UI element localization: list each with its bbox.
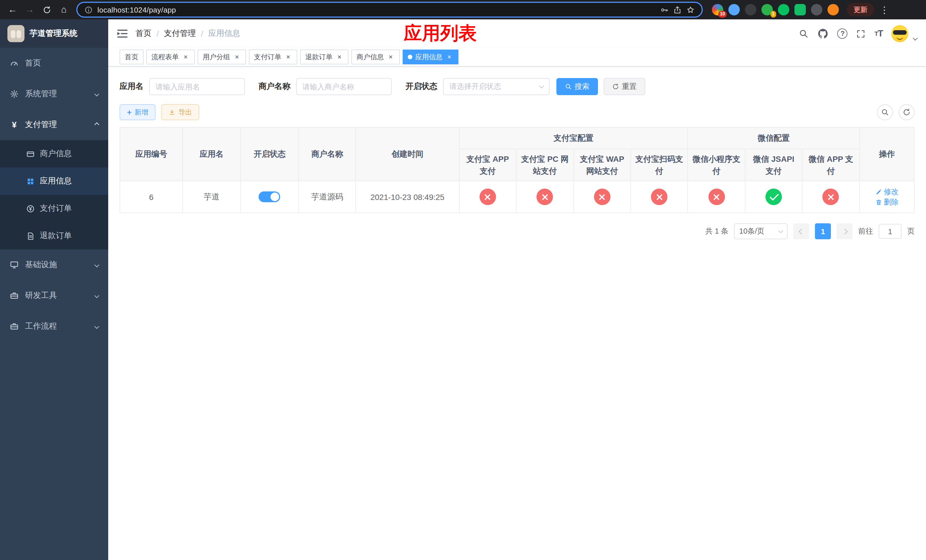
- tab-close-icon[interactable]: ×: [445, 53, 453, 61]
- sidebar-item-payment[interactable]: ¥ 支付管理: [0, 109, 108, 140]
- tab-refund-order[interactable]: 退款订单 ×: [300, 50, 348, 64]
- help-icon[interactable]: ?: [837, 29, 848, 39]
- reload-button[interactable]: [39, 2, 54, 18]
- status-label: 开启状态: [406, 82, 437, 92]
- sidebar-item-infra[interactable]: 基础设施: [0, 250, 108, 280]
- sidebar-item-merchant-info[interactable]: 商户信息: [0, 140, 108, 168]
- toolbox-icon: [10, 291, 19, 300]
- browser-menu-icon[interactable]: ⋮: [878, 4, 891, 15]
- delete-button[interactable]: 删除: [875, 197, 899, 207]
- avatar-dropdown-caret-icon[interactable]: [913, 36, 918, 41]
- extension-icon-2[interactable]: [728, 4, 740, 15]
- tab-close-icon[interactable]: ×: [284, 53, 292, 61]
- bookmark-star-icon[interactable]: [686, 5, 695, 14]
- cell-app-name: 芋道: [183, 181, 241, 213]
- tab-close-icon[interactable]: ×: [182, 53, 190, 61]
- breadcrumb-home[interactable]: 首页: [136, 29, 151, 39]
- sidebar-toggle-icon[interactable]: [117, 30, 127, 38]
- cell-created: 2021-10-23 08:49:25: [356, 181, 459, 213]
- pencil-icon: [875, 188, 882, 195]
- user-avatar[interactable]: [891, 25, 908, 42]
- next-page-button[interactable]: [837, 223, 853, 239]
- tab-user-group[interactable]: 用户分组 ×: [198, 50, 246, 64]
- breadcrumb-payment[interactable]: 支付管理: [164, 29, 196, 39]
- tab-merchant-info[interactable]: 商户信息 ×: [351, 50, 400, 64]
- extension-icon-4[interactable]: 1: [761, 4, 773, 15]
- password-key-icon[interactable]: [660, 5, 669, 14]
- tab-home[interactable]: 首页: [120, 50, 144, 64]
- sidebar-item-system[interactable]: 系统管理: [0, 79, 108, 109]
- back-button[interactable]: ←: [5, 2, 21, 18]
- app-name-input[interactable]: [149, 78, 245, 95]
- extension-icon-8[interactable]: [828, 4, 839, 15]
- tab-close-icon[interactable]: ×: [387, 53, 395, 61]
- github-icon[interactable]: [817, 28, 829, 39]
- extension-icon-6[interactable]: [794, 4, 806, 15]
- status-toggle[interactable]: [259, 191, 280, 202]
- merchant-name-label: 商户名称: [259, 82, 291, 92]
- sidebar-item-app-info[interactable]: 应用信息: [0, 168, 108, 195]
- extensions-bar: 10 1: [712, 4, 839, 15]
- share-icon[interactable]: [673, 5, 682, 14]
- tab-app-info[interactable]: 应用信息 ×: [402, 50, 458, 64]
- col-header-wechat-lite: 微信小程序支付: [688, 149, 745, 181]
- chevron-down-icon: [539, 84, 544, 89]
- home-button[interactable]: ⌂: [56, 2, 72, 18]
- document-icon: [26, 232, 35, 240]
- tab-close-icon[interactable]: ×: [233, 53, 241, 61]
- breadcrumb-current: 应用信息: [209, 29, 240, 39]
- top-navbar: 首页 / 支付管理 / 应用信息 应用列表 ? TT: [108, 20, 926, 48]
- status-select[interactable]: 请选择开启状态: [443, 78, 549, 95]
- monitor-icon: [10, 260, 19, 269]
- extension-icon-3[interactable]: [745, 4, 756, 15]
- goto-page-input[interactable]: [879, 224, 902, 239]
- add-button[interactable]: + 新增: [120, 104, 156, 120]
- fullscreen-icon[interactable]: [856, 29, 866, 38]
- prev-page-button[interactable]: [793, 223, 809, 239]
- sidebar-logo[interactable]: 芋道管理系统: [0, 20, 108, 48]
- sidebar-item-pay-order[interactable]: 支付订单: [0, 195, 108, 222]
- extension-icon-5[interactable]: [778, 4, 789, 15]
- address-bar[interactable]: localhost:1024/pay/app: [76, 2, 703, 18]
- edit-button[interactable]: 修改: [875, 186, 899, 197]
- reset-button[interactable]: 重置: [604, 78, 645, 95]
- tab-process-form[interactable]: 流程表单 ×: [146, 50, 195, 64]
- extension-icon-7[interactable]: [811, 4, 822, 15]
- goto-label: 前往: [858, 226, 873, 236]
- navbar-actions: ? TT: [799, 25, 917, 42]
- font-size-icon[interactable]: TT: [875, 29, 883, 39]
- browser-toolbar: ← → ⌂ localhost:1024/pay/app: [0, 0, 926, 20]
- sidebar-item-label: 工作流程: [25, 321, 89, 331]
- col-header-alipay-qr: 支付宝扫码支付: [631, 149, 688, 181]
- toggle-search-button[interactable]: [877, 104, 893, 120]
- sidebar-item-label: 首页: [25, 58, 98, 68]
- browser-update-button[interactable]: 更新: [847, 3, 874, 17]
- tags-view: 首页 流程表单 × 用户分组 × 支付订单 × 退款订单 × 商户信息 ×: [108, 48, 926, 67]
- breadcrumb-separator: /: [201, 29, 203, 38]
- refresh-table-button[interactable]: [899, 104, 915, 120]
- yen-icon: ¥: [10, 120, 19, 129]
- yen-circle-icon: [26, 204, 35, 213]
- tab-pay-order[interactable]: 支付订单 ×: [249, 50, 297, 64]
- header-search-icon[interactable]: [799, 29, 809, 39]
- page-size-value: 10条/页: [739, 226, 764, 236]
- search-button[interactable]: 搜索: [557, 78, 598, 95]
- tab-close-icon[interactable]: ×: [336, 53, 343, 61]
- app-name-label: 应用名: [120, 82, 144, 92]
- tab-label: 退款订单: [305, 52, 333, 62]
- forward-button[interactable]: →: [22, 2, 38, 18]
- site-info-icon[interactable]: [84, 5, 93, 14]
- app-table: 应用编号 应用名 开启状态 商户名称 创建时间 支付宝配置 微信配置 操作 支付…: [120, 127, 915, 213]
- sidebar-item-refund-order[interactable]: 退款订单: [0, 222, 108, 250]
- page-size-select[interactable]: 10条/页: [734, 223, 788, 239]
- sidebar-item-workflow[interactable]: 工作流程: [0, 311, 108, 342]
- grid-icon: [26, 177, 35, 185]
- alipay-app-status-icon: [480, 189, 496, 205]
- sidebar-item-label: 研发工具: [25, 291, 89, 301]
- merchant-name-input[interactable]: [296, 78, 392, 95]
- export-button[interactable]: 导出: [161, 104, 199, 120]
- extension-icon-1[interactable]: 10: [712, 4, 723, 15]
- sidebar-item-devtools[interactable]: 研发工具: [0, 280, 108, 311]
- current-page-button[interactable]: 1: [815, 223, 831, 239]
- sidebar-item-home[interactable]: 首页: [0, 48, 108, 79]
